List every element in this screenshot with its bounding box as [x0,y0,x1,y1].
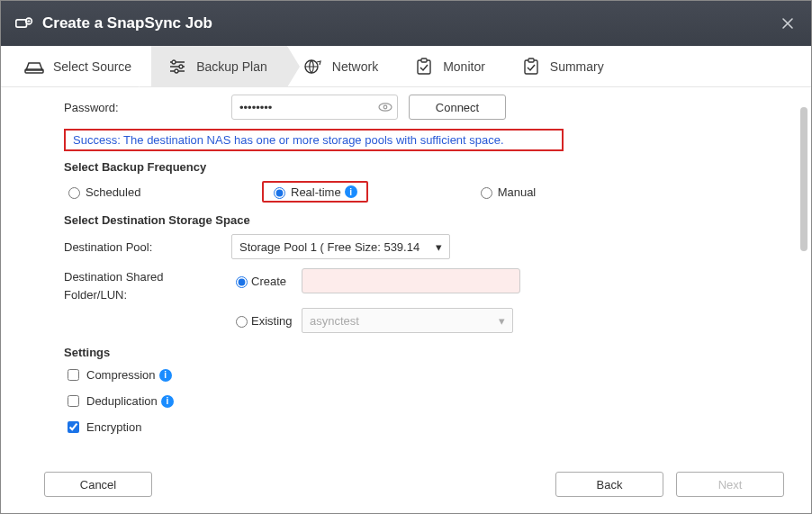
svg-point-3 [172,60,176,64]
password-field[interactable] [231,95,398,120]
dest-create-option[interactable]: Create [231,274,298,288]
dedup-option[interactable]: Deduplication i [64,392,784,410]
svg-point-4 [179,65,183,68]
connect-button[interactable]: Connect [409,95,506,120]
success-message: Success: The destination NAS has one or … [64,129,564,151]
encryption-checkbox[interactable] [68,421,79,433]
dest-space-heading: Select Destination Storage Space [64,213,784,227]
dest-existing-option[interactable]: Existing [231,313,298,328]
password-row: Password: Connect [64,95,784,120]
cancel-button[interactable]: Cancel [44,472,152,497]
compression-checkbox[interactable] [68,369,79,381]
svg-rect-2 [25,69,43,73]
step-backup-plan[interactable]: Backup Plan [151,46,287,87]
caret-down-icon: ▾ [499,314,505,328]
clipboard-check-icon [521,59,541,75]
dialog-footer: Cancel Back Next [1,455,811,513]
freq-scheduled-label: Scheduled [86,185,140,199]
step-label: Select Source [53,59,131,74]
compression-label: Compression [86,368,156,382]
dest-shared-label-l1: Destination Shared [64,268,231,286]
step-label: Network [332,59,378,74]
dedup-checkbox[interactable] [68,395,79,407]
freq-scheduled-radio[interactable] [68,187,80,199]
freq-realtime-label: Real-time [291,185,341,199]
freq-realtime-radio[interactable] [274,187,285,199]
dest-create-input[interactable] [302,268,520,293]
globe-icon [303,59,323,75]
back-button[interactable]: Back [555,472,663,497]
freq-realtime-option[interactable]: Real-time i [269,185,357,199]
app-icon [15,16,33,31]
dest-pool-value: Storage Pool 1 ( Free Size: 539.14 [239,240,420,254]
clipboard-check-icon [414,59,434,75]
step-label: Monitor [443,59,485,74]
dialog-title: Create a SnapSync Job [42,14,212,32]
password-label: Password: [64,101,231,114]
encryption-option[interactable]: Encryption [64,419,784,436]
dest-existing-label: Existing [251,314,293,328]
dedup-label: Deduplication [86,394,158,408]
caret-down-icon: ▾ [436,240,442,254]
scrollbar-thumb[interactable] [800,107,807,251]
content-area: Password: Connect Success: The destinati… [1,87,811,455]
dest-create-radio[interactable] [236,276,248,288]
step-network[interactable]: Network [287,46,398,87]
dest-create-label: Create [251,275,286,288]
dest-pool-label: Destination Pool: [64,240,231,254]
backup-frequency-options: Scheduled Real-time i Manual [64,181,784,203]
freq-manual-radio[interactable] [481,187,492,199]
dialog-create-snapsync: Create a SnapSync Job Select Source Back… [0,0,812,514]
svg-point-12 [383,105,387,109]
svg-rect-10 [528,59,534,62]
sliders-icon [167,59,187,75]
info-icon[interactable]: i [345,185,357,198]
compression-option[interactable]: Compression i [64,366,784,383]
vertical-scrollbar[interactable] [798,89,809,454]
freq-manual-option[interactable]: Manual [476,185,537,199]
step-select-source[interactable]: Select Source [8,46,151,87]
freq-realtime-highlight: Real-time i [262,181,368,203]
info-icon[interactable]: i [161,395,174,408]
settings-list: Compression i Deduplication i Encryption [64,366,784,436]
svg-point-5 [175,69,178,73]
step-summary[interactable]: Summary [505,46,624,87]
svg-rect-0 [16,20,27,27]
svg-rect-8 [421,59,427,62]
dest-pool-select[interactable]: Storage Pool 1 ( Free Size: 539.14 ▾ [231,234,450,259]
dest-pool-row: Destination Pool: Storage Pool 1 ( Free … [64,234,784,259]
wizard-steps: Select Source Backup Plan Network Monito… [1,46,811,87]
freq-scheduled-option[interactable]: Scheduled [64,185,262,199]
titlebar: Create a SnapSync Job [1,1,811,46]
next-button[interactable]: Next [676,472,784,497]
close-icon[interactable] [779,14,797,32]
dest-shared-row: Destination Shared Folder/LUN: Create Ex… [64,268,784,333]
info-icon[interactable]: i [159,369,172,382]
eye-icon[interactable] [378,100,392,114]
dest-existing-select[interactable]: asynctest ▾ [302,308,513,333]
step-monitor[interactable]: Monitor [398,46,505,87]
dest-existing-value: asynctest [310,314,359,328]
freq-manual-label: Manual [498,185,537,199]
dest-shared-label-l2: Folder/LUN: [64,286,231,304]
dest-existing-radio[interactable] [236,316,248,328]
encryption-label: Encryption [86,420,141,434]
settings-heading: Settings [64,346,784,359]
step-label: Summary [550,59,604,74]
scanner-icon [24,59,44,75]
svg-point-11 [379,104,392,111]
step-label: Backup Plan [196,59,267,74]
backup-frequency-heading: Select Backup Frequency [64,160,784,174]
